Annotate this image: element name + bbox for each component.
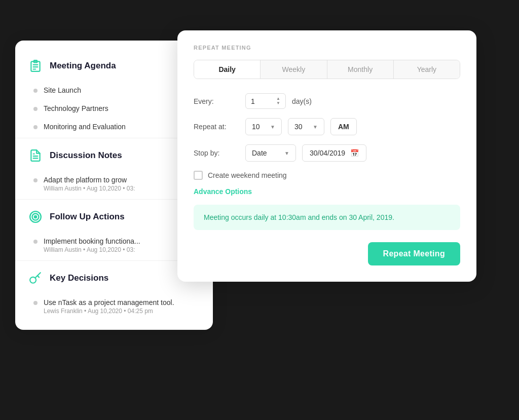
minute-dropdown-arrow: ▼ [313, 124, 318, 130]
hour-value: 10 [252, 123, 260, 131]
every-label: Every: [194, 97, 239, 105]
frequency-tabs: Daily Weekly Monthly Yearly [194, 60, 460, 79]
stop-by-dropdown-arrow: ▼ [284, 150, 289, 156]
item-meta: William Austin • Aug 10,2020 • 03: [44, 246, 140, 253]
stop-by-type-select[interactable]: Date ▼ [245, 144, 296, 162]
stop-by-date-input[interactable]: 30/04/2019 📅 [302, 144, 366, 162]
spinner-arrows: ▲ ▼ [276, 97, 280, 105]
modal-title: REPEAT MEETING [194, 45, 460, 51]
notes-icon [27, 147, 44, 164]
every-value: 1 [251, 97, 255, 105]
ampm-toggle[interactable]: AM [330, 118, 357, 135]
meeting-agenda-title: Meeting Agenda [50, 61, 116, 71]
repeat-at-row: Repeat at: 10 ▼ 30 ▼ AM [194, 118, 460, 135]
weekend-meeting-row: Create weekend meeting [194, 171, 460, 180]
tab-yearly[interactable]: Yearly [394, 60, 460, 79]
item-label: Technology Partners [44, 104, 108, 112]
item-dot [33, 89, 38, 93]
target-icon [27, 209, 44, 225]
stop-by-label: Stop by: [194, 149, 239, 157]
every-input[interactable]: 1 ▲ ▼ [245, 93, 286, 109]
item-label: Site Launch [44, 86, 81, 94]
tab-monthly[interactable]: Monthly [327, 60, 394, 79]
stop-by-row: Stop by: Date ▼ 30/04/2019 📅 [194, 144, 460, 162]
every-unit: day(s) [292, 97, 312, 105]
calendar-icon: 📅 [350, 149, 359, 157]
svg-point-9 [34, 216, 36, 218]
item-dot [33, 107, 38, 111]
item-label: Implement booking functiona... [44, 237, 140, 245]
item-dot [33, 301, 38, 305]
repeat-meeting-modal: REPEAT MEETING Daily Weekly Monthly Year… [177, 30, 476, 282]
tab-weekly[interactable]: Weekly [261, 60, 327, 79]
spinner-down: ▼ [276, 101, 280, 105]
discussion-notes-title: Discussion Notes [50, 150, 122, 161]
item-meta: Lewis Franklin • Aug 10,2020 • 04:25 pm [44, 308, 174, 315]
stop-by-type-value: Date [252, 149, 267, 157]
info-text: Meeting occurs daily at 10:30am and ends… [204, 213, 394, 221]
tab-daily[interactable]: Daily [194, 60, 261, 79]
key-decisions-title: Key Decisions [50, 273, 108, 283]
item-meta: William Austin • Aug 10,2020 • 03: [44, 185, 135, 192]
stop-by-date-value: 30/04/2019 [310, 149, 345, 157]
info-box: Meeting occurs daily at 10:30am and ends… [194, 205, 460, 230]
follow-up-actions-title: Follow Up Actions [50, 212, 125, 222]
item-label: Monitoring and Evaluation [44, 123, 126, 131]
item-dot [33, 125, 38, 129]
list-item: Use nTask as a project management tool. … [15, 293, 213, 320]
hour-dropdown-arrow: ▼ [270, 124, 275, 130]
hour-select[interactable]: 10 ▼ [245, 118, 282, 135]
item-label: Use nTask as a project management tool. [44, 298, 174, 307]
item-dot [33, 240, 38, 244]
weekend-label: Create weekend meeting [208, 171, 287, 179]
minute-value: 30 [294, 123, 303, 131]
repeat-at-label: Repeat at: [194, 123, 239, 131]
spinner-up: ▲ [276, 97, 280, 101]
clipboard-icon [27, 58, 44, 74]
repeat-meeting-button[interactable]: Repeat Meeting [368, 242, 460, 265]
weekend-checkbox[interactable] [194, 171, 203, 180]
item-label: Adapt the platform to grow [44, 176, 135, 184]
key-icon [27, 270, 44, 286]
minute-select[interactable]: 30 ▼ [288, 118, 324, 135]
item-dot [33, 178, 38, 182]
every-row: Every: 1 ▲ ▼ day(s) [194, 93, 460, 109]
advance-options-link[interactable]: Advance Options [194, 187, 252, 196]
